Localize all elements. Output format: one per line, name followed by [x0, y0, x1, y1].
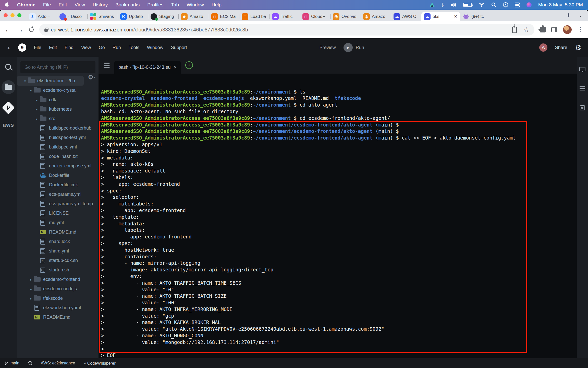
menubar-item[interactable]: Profiles: [147, 2, 163, 8]
tree-chevron-icon[interactable]: ▾: [28, 88, 34, 93]
control-center-icon[interactable]: [515, 3, 520, 7]
ide-menu-item[interactable]: Window: [147, 45, 163, 50]
tree-folder-row[interactable]: ▸ecsdemo-nodejs: [17, 284, 99, 294]
menubar-app-name[interactable]: Chrome: [17, 2, 35, 8]
tab-close-icon[interactable]: ×: [454, 14, 458, 19]
browser-tab[interactable]: ☁Traffic: [270, 12, 300, 21]
tree-folder-row[interactable]: ▸ecsdemo-frontend: [17, 275, 99, 284]
menubar-item[interactable]: Help: [212, 2, 222, 8]
tree-file-row[interactable]: M↓README.md: [17, 227, 99, 237]
ide-menu-item[interactable]: Edit: [49, 45, 57, 50]
address-bar[interactable]: eu-west-1.console.aws.amazon.com/cloud9/…: [39, 24, 534, 36]
tree-file-row[interactable]: >_startup.sh: [17, 265, 99, 275]
tree-chevron-icon[interactable]: ▸: [34, 107, 40, 111]
tree-folder-row[interactable]: ▾eks-terraform - /ho: [17, 76, 84, 86]
tab-search-chevron-icon[interactable]: ⌄: [573, 13, 588, 18]
minimize-window-button[interactable]: [10, 13, 15, 17]
ide-menu-item[interactable]: Support: [171, 45, 187, 50]
tree-folder-row[interactable]: ▸cdk: [17, 95, 99, 105]
tree-folder-row[interactable]: ▸kubernetes: [17, 105, 99, 114]
lock-icon[interactable]: [44, 29, 48, 32]
browser-tab[interactable]: · Disco: [57, 12, 87, 21]
collapse-menubar-icon[interactable]: ▲: [7, 45, 10, 50]
volume-icon[interactable]: [451, 3, 457, 7]
browser-tab[interactable]: KUpdate: [118, 12, 148, 21]
browser-tab[interactable]: Shivans: [87, 12, 118, 21]
browser-tab[interactable]: (9+) tc: [460, 12, 491, 21]
tree-file-row[interactable]: LICENSE: [17, 209, 99, 218]
menubar-item[interactable]: History: [93, 2, 108, 8]
ide-share-button[interactable]: Share: [555, 45, 567, 50]
ide-settings-gear-icon[interactable]: ⚙: [575, 43, 581, 52]
tree-chevron-icon[interactable]: ▸: [28, 278, 34, 282]
tree-file-row[interactable]: Dockerfile.cdk: [17, 180, 99, 190]
tree-folder-row[interactable]: ▸tfekscode: [17, 294, 99, 303]
run-play-icon[interactable]: ▶: [344, 43, 353, 52]
menubar-item[interactable]: Window: [187, 2, 204, 8]
battery-icon[interactable]: [463, 3, 472, 7]
menubar-item[interactable]: File: [43, 2, 51, 8]
debugger-icon[interactable]: [580, 105, 585, 110]
wifi-icon[interactable]: [479, 3, 485, 7]
browser-tab[interactable]: □CloudF: [300, 12, 330, 21]
tree-file-row[interactable]: buildspec-dockerhub.: [17, 123, 99, 133]
apple-logo-icon[interactable]: [5, 2, 9, 7]
tree-file-row[interactable]: docker-compose.yml: [17, 161, 99, 171]
tree-chevron-icon[interactable]: ▸: [34, 117, 40, 121]
ide-menu-item[interactable]: Run: [113, 45, 121, 50]
browser-tab[interactable]: □EC2 Ma: [209, 12, 239, 21]
menubar-item[interactable]: View: [75, 2, 85, 8]
tree-file-row[interactable]: buildspec-test.yml: [17, 133, 99, 142]
terminal-menu-icon[interactable]: [104, 63, 110, 68]
git-branch-indicator[interactable]: main: [5, 361, 19, 365]
terminal-tab[interactable]: bash - "ip-10-0-31-243.eu ×: [114, 61, 181, 74]
bookmark-star-icon[interactable]: ☆: [523, 26, 529, 34]
menubar-item[interactable]: Tab: [171, 2, 179, 8]
extensions-icon[interactable]: [540, 27, 546, 32]
tree-file-row[interactable]: ecs-params.yml.temp: [17, 199, 99, 209]
maximize-window-button[interactable]: [17, 13, 21, 17]
browser-tab[interactable]: 8Akto –: [27, 12, 57, 21]
tree-folder-row[interactable]: ▸src: [17, 114, 99, 123]
menubar-item[interactable]: Bookmarks: [115, 2, 140, 8]
preview-button[interactable]: Preview: [320, 45, 336, 50]
reload-button[interactable]: [29, 27, 34, 32]
ide-menu-item[interactable]: File: [34, 45, 41, 50]
terminal-output[interactable]: AWSReservedSSO_AdministratorAccess_ee750…: [99, 74, 577, 358]
bluetooth-icon[interactable]: ᛒ: [442, 2, 444, 8]
browser-tab[interactable]: ◎Overvie: [330, 12, 361, 21]
browser-tab[interactable]: ☁eks×: [421, 12, 460, 21]
ide-menu-item[interactable]: View: [81, 45, 91, 50]
tree-settings-gear-icon[interactable]: ⚙▾: [88, 74, 95, 81]
tree-file-row[interactable]: code_hash.txt: [17, 152, 99, 161]
tree-file-row[interactable]: mu.yml: [17, 218, 99, 227]
app-status-icon[interactable]: [429, 2, 435, 7]
tree-chevron-icon[interactable]: ▾: [22, 79, 28, 83]
sidebar-search-icon[interactable]: [5, 63, 12, 71]
run-button[interactable]: ▶ Run: [344, 43, 364, 52]
back-button[interactable]: ←: [5, 26, 11, 34]
codewhisperer-status[interactable]: ✓CodeWhisperer: [84, 361, 116, 366]
browser-tab[interactable]: ☁AWS C: [391, 12, 421, 21]
ide-menu-item[interactable]: Tools: [129, 45, 139, 50]
terminal-tab-close-icon[interactable]: ×: [174, 64, 177, 70]
browser-tab[interactable]: □Load ba: [239, 12, 270, 21]
browser-tab[interactable]: ◎Amazo: [361, 12, 391, 21]
ide-user-avatar[interactable]: A: [539, 43, 547, 52]
browser-tab[interactable]: Staging: [148, 12, 178, 21]
close-window-button[interactable]: [4, 13, 8, 17]
ide-menu-item[interactable]: Find: [65, 45, 74, 50]
menubar-item[interactable]: Edit: [58, 2, 67, 8]
tree-chevron-icon[interactable]: ▸: [34, 98, 40, 102]
profile-avatar[interactable]: [563, 25, 572, 34]
git-icon[interactable]: [2, 101, 15, 114]
share-icon[interactable]: [512, 27, 517, 33]
tree-file-row[interactable]: buildspec.yml: [17, 142, 99, 152]
aws-instance-status[interactable]: AWS: ec2:instance: [41, 361, 75, 365]
tree-file-row[interactable]: eksworkshop.yaml: [17, 303, 99, 313]
tree-file-row[interactable]: shard.yml: [17, 246, 99, 256]
file-explorer-icon[interactable]: [2, 80, 15, 94]
spotlight-search-icon[interactable]: [491, 2, 496, 7]
browser-tab[interactable]: ◆Amazo: [178, 12, 209, 21]
tree-file-row[interactable]: Dockerfile: [17, 171, 99, 180]
